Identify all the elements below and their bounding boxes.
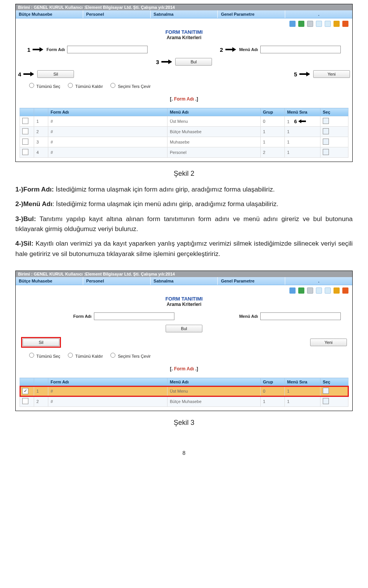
globe-icon[interactable] (298, 287, 304, 294)
menu-item[interactable]: Genel Parametre (218, 277, 285, 285)
page-subtitle: Arama Kriterleri (16, 302, 352, 307)
radio-deselect-all[interactable]: Tümünü Kaldır (66, 84, 103, 89)
form-adi-label: Form Adı (73, 314, 92, 319)
col-sec[interactable]: Seç (320, 108, 348, 116)
arrow-left-icon (298, 119, 306, 123)
row-checkbox[interactable] (22, 128, 28, 134)
figure-caption-2: Şekil 2 (15, 170, 353, 178)
radio-invert[interactable]: Seçimi Ters Çevir (108, 354, 150, 358)
table-row: 2 # Bütçe Muhasebe 1 1 (20, 396, 348, 407)
user-icon[interactable] (325, 287, 331, 294)
bul-button[interactable]: Bul (175, 58, 212, 66)
sil-button[interactable]: Sil (37, 70, 74, 78)
toolbar-icons (16, 285, 352, 296)
lock-icon[interactable] (334, 21, 340, 27)
menu-item[interactable]: Personel (83, 277, 151, 285)
col-menu-adi[interactable]: Menü Adı (168, 378, 261, 386)
home-icon[interactable] (342, 287, 348, 294)
yeni-button[interactable]: Yeni (313, 70, 350, 78)
col-menu-sira[interactable]: Menü Sıra (285, 378, 320, 386)
selection-radios: Tümünü Seç Tümünü Kaldır Seçimi Ters Çev… (16, 80, 352, 90)
arrow-right-icon (23, 72, 34, 76)
col-sec[interactable]: Seç (320, 378, 348, 386)
col-menu-adi[interactable]: Menü Adı (168, 108, 261, 116)
paragraph-3: 3-)Bul: Tanıtımı yapılıp kayıt altına al… (15, 214, 353, 235)
globe-icon[interactable] (298, 21, 304, 27)
radio-select-all[interactable]: Tümünü Seç (27, 354, 60, 358)
col-checkbox (20, 108, 34, 116)
menu-item[interactable]: Genel Parametre (218, 10, 285, 18)
results-table: Form Adı Menü Adı Grup Menü Sıra Seç 1 #… (20, 108, 348, 158)
device-icon[interactable] (307, 21, 313, 27)
radio-select-all[interactable]: Tümünü Seç (27, 84, 60, 89)
menu-item[interactable]: Satınalma (151, 277, 218, 285)
home-icon[interactable] (342, 21, 348, 27)
radio-deselect-all[interactable]: Tümünü Kaldır (66, 354, 103, 358)
menu-adi-input[interactable] (260, 46, 341, 53)
select-icon[interactable] (323, 398, 329, 404)
annotation-5: 5 (294, 71, 297, 78)
page-title: FORM TANITIMI (16, 29, 352, 35)
row-checkbox[interactable] (22, 388, 28, 394)
sort-indicator: [. Form Adı .] (16, 96, 352, 102)
results-table: Form Adı Menü Adı Grup Menü Sıra Seç 1 #… (20, 378, 348, 407)
menu-item[interactable]: Satınalma (151, 10, 218, 18)
menu-item[interactable]: Personel (83, 10, 151, 18)
table-row: 1 # Üst Menu 0 1 6 (20, 116, 348, 127)
table-row: 4 # Personel 2 1 (20, 147, 348, 158)
highlight-sil: Sil (21, 337, 61, 348)
arrow-right-icon (225, 47, 236, 52)
table-row: 1 # Üst Menu 0 1 (20, 386, 348, 396)
sort-indicator: [. Form Adı .] (16, 366, 352, 372)
col-grup[interactable]: Grup (261, 378, 285, 386)
paragraph-4: 4-)Sil: Kayıtlı olan verimizi ya da kayı… (15, 239, 353, 259)
print-icon[interactable] (289, 287, 296, 294)
toolbar-icons (16, 18, 352, 29)
sil-button[interactable]: Sil (23, 339, 59, 346)
card-icon[interactable] (316, 21, 322, 27)
menu-item[interactable]: . (285, 277, 352, 285)
col-form-adi[interactable]: Form Adı (48, 378, 168, 386)
top-menu: Bütçe Muhasebe Personel Satınalma Genel … (16, 10, 352, 18)
row-checkbox[interactable] (22, 118, 28, 124)
bul-button[interactable]: Bul (166, 325, 202, 332)
yeni-button[interactable]: Yeni (310, 339, 347, 346)
radio-invert[interactable]: Seçimi Ters Çevir (108, 84, 150, 89)
card-icon[interactable] (316, 287, 322, 294)
select-icon[interactable] (323, 118, 329, 124)
form-adi-input[interactable] (67, 46, 148, 53)
annotation-3: 3 (156, 59, 159, 65)
selection-radios: Tümünü Seç Tümünü Kaldır Seçimi Ters Çev… (16, 350, 352, 360)
annotation-1: 1 (27, 46, 30, 53)
page-subtitle: Arama Kriterleri (16, 35, 352, 40)
select-icon[interactable] (323, 149, 329, 155)
device-icon[interactable] (307, 287, 313, 294)
form-adi-input[interactable] (94, 312, 174, 320)
page-number: 8 (15, 450, 353, 456)
arrow-right-icon (33, 47, 43, 52)
menu-adi-label: Menü Adı (239, 47, 258, 52)
col-menu-sira[interactable]: Menü Sıra (285, 108, 320, 116)
row-checkbox[interactable] (22, 139, 28, 145)
print-icon[interactable] (289, 21, 296, 27)
arrow-right-icon (299, 72, 310, 76)
menu-item[interactable]: . (285, 10, 352, 18)
menu-item[interactable]: Bütçe Muhasebe (16, 277, 83, 285)
select-icon[interactable] (323, 139, 329, 145)
lock-icon[interactable] (334, 287, 340, 294)
col-form-adi[interactable]: Form Adı (48, 108, 168, 116)
col-grup[interactable]: Grup (261, 108, 285, 116)
screenshot-2: Birimi : GENEL KURUL Kullanıcı :Element … (15, 271, 353, 411)
col-index (34, 108, 48, 116)
row-checkbox[interactable] (22, 398, 28, 404)
select-icon[interactable] (323, 388, 329, 394)
annotation-2: 2 (220, 46, 223, 53)
menu-adi-input[interactable] (260, 312, 341, 320)
select-icon[interactable] (323, 128, 329, 134)
window-title: Birimi : GENEL KURUL Kullanıcı :Element … (16, 271, 352, 277)
row-checkbox[interactable] (22, 149, 28, 155)
top-menu: Bütçe Muhasebe Personel Satınalma Genel … (16, 277, 352, 285)
screenshot-1: Birimi : GENEL KURUL Kullanıcı :Element … (15, 4, 353, 162)
user-icon[interactable] (325, 21, 331, 27)
menu-item[interactable]: Bütçe Muhasebe (16, 10, 83, 18)
